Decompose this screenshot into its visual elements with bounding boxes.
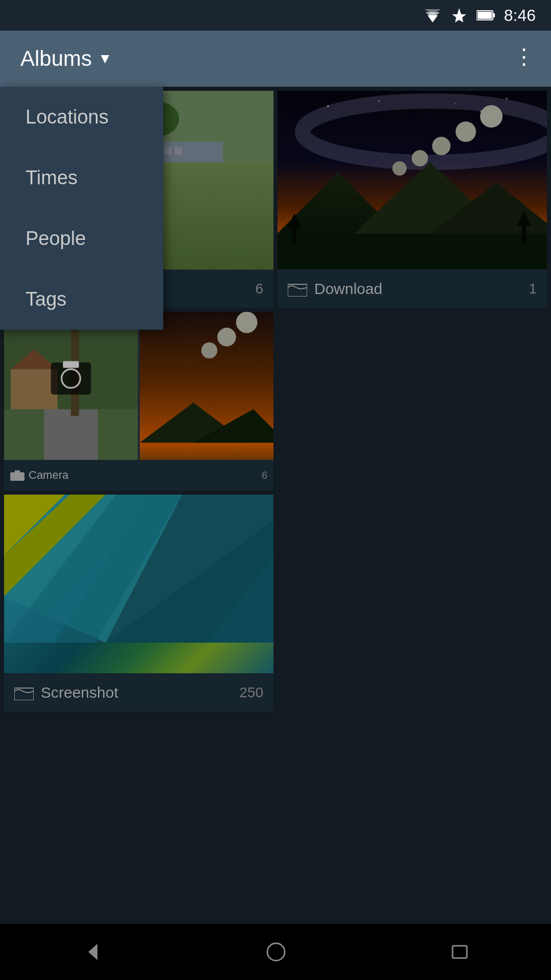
toolbar-title: Albums	[20, 46, 92, 71]
wifi-icon	[423, 8, 442, 22]
svg-point-73	[267, 943, 285, 961]
menu-item-tags[interactable]: Tags	[0, 269, 163, 330]
status-icons: 8:46	[423, 6, 536, 25]
recents-button[interactable]	[439, 932, 480, 972]
svg-rect-4	[493, 13, 495, 17]
dropdown-menu: Locations Times People Tags	[0, 87, 163, 330]
battery-icon	[477, 10, 495, 21]
menu-item-people[interactable]: People	[0, 208, 163, 269]
svg-rect-5	[478, 12, 492, 19]
status-bar: 8:46	[0, 0, 551, 31]
overflow-dots-icon: ⋮	[513, 44, 536, 68]
back-button[interactable]	[71, 931, 113, 973]
svg-marker-2	[424, 9, 441, 14]
albums-dropdown-button[interactable]: Albums ▼	[10, 41, 122, 76]
dropdown-arrow-icon: ▼	[98, 51, 112, 67]
svg-marker-72	[88, 944, 97, 960]
menu-item-locations[interactable]: Locations	[0, 87, 163, 148]
home-icon	[265, 941, 287, 963]
toolbar: Albums ▼ ⋮	[0, 31, 551, 87]
recents-icon	[449, 942, 470, 962]
back-icon	[81, 941, 103, 963]
overflow-menu-button[interactable]: ⋮	[508, 47, 541, 70]
airplane-icon	[451, 7, 467, 23]
nav-bar	[0, 924, 551, 980]
menu-item-times[interactable]: Times	[0, 148, 163, 208]
home-button[interactable]	[255, 931, 297, 973]
svg-rect-74	[453, 946, 467, 958]
status-time: 8:46	[504, 6, 536, 25]
